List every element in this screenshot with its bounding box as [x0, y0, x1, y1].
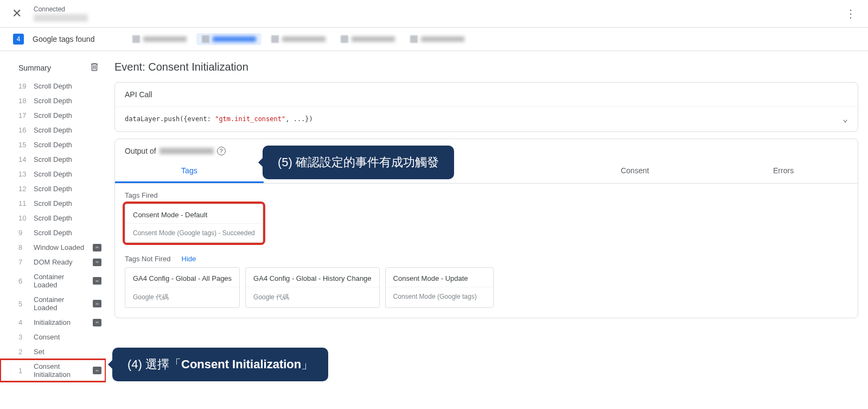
output-tab[interactable]: Tags [115, 160, 264, 183]
event-number: 15 [18, 141, 27, 149]
sidebar-event-item[interactable]: 6Container Loaded‹› [0, 269, 106, 292]
event-label: Scroll Depth [34, 199, 101, 207]
sidebar-event-item[interactable]: 12Scroll Depth [0, 181, 106, 196]
tag-card-subtitle: Google 代碼 [125, 287, 239, 307]
event-label: Consent [34, 333, 101, 341]
output-label: Output of [125, 147, 156, 155]
tag-icon [341, 35, 348, 43]
event-label: Scroll Depth [34, 214, 101, 222]
sidebar-event-item[interactable]: 19Scroll Depth [0, 79, 106, 93]
output-tab[interactable]: Errors [709, 160, 858, 183]
tag-card-subtitle: Consent Mode (Google tags) - Succeeded [125, 223, 263, 242]
found-tag-pill[interactable] [335, 33, 400, 45]
event-number: 10 [18, 214, 27, 222]
annotation-callout-5: (5) 確認設定的事件有成功觸發 [263, 146, 454, 179]
event-number: 5 [18, 300, 27, 308]
output-card: Output of ? TagsConsentErrors Tags Fired… [114, 139, 858, 318]
sidebar-event-item[interactable]: 2Set [0, 344, 106, 359]
output-container-redacted [159, 148, 214, 154]
event-number: 8 [18, 243, 27, 251]
tag-icon [271, 35, 279, 43]
tag-card-subtitle: Consent Mode (Google tags) [386, 287, 493, 306]
more-menu-icon[interactable]: ⋮ [840, 4, 861, 23]
event-label: Consent Initialization [34, 362, 86, 379]
close-icon[interactable]: ✕ [7, 3, 27, 24]
sidebar-event-item[interactable]: 17Scroll Depth [0, 108, 106, 123]
event-number: 19 [18, 82, 27, 90]
connection-status: Connected [34, 5, 88, 22]
api-call-label: API Call [115, 83, 858, 106]
event-number: 13 [18, 170, 27, 178]
sidebar-event-item[interactable]: 4Initialization‹› [0, 315, 106, 330]
tags-found-label: Google tags found [33, 35, 94, 43]
sidebar-event-item[interactable]: 13Scroll Depth [0, 167, 106, 181]
sidebar-event-item[interactable]: 10Scroll Depth [0, 211, 106, 225]
tag-icon [202, 35, 209, 43]
sidebar-event-item[interactable]: 15Scroll Depth [0, 137, 106, 152]
summary-label[interactable]: Summary [18, 64, 51, 72]
api-call-code[interactable]: dataLayer.push({event: "gtm.init_consent… [125, 114, 848, 124]
content-area: Event: Consent Initialization API Call d… [106, 51, 868, 386]
sidebar-event-item[interactable]: 1Consent Initialization‹› [0, 359, 106, 382]
event-sidebar: Summary 19Scroll Depth18Scroll Depth17Sc… [0, 51, 106, 386]
tag-card[interactable]: GA4 Config - Global - All PagesGoogle 代碼 [125, 267, 240, 308]
event-number: 14 [18, 155, 27, 163]
event-label: Scroll Depth [34, 229, 101, 237]
tag-card[interactable]: GA4 Config - Global - History ChangeGoog… [245, 267, 379, 308]
connected-label: Connected [34, 5, 88, 13]
code-badge-icon: ‹› [93, 277, 101, 285]
tag-card-title: Consent Mode - Update [386, 268, 493, 287]
event-label: Set [34, 348, 101, 356]
found-tag-pill[interactable] [405, 33, 470, 45]
sidebar-event-item[interactable]: 9Scroll Depth [0, 225, 106, 240]
event-number: 2 [18, 348, 27, 356]
code-badge-icon: ‹› [93, 319, 101, 326]
event-label: Window Loaded [34, 243, 86, 251]
pill-text-redacted [143, 36, 187, 42]
sidebar-event-item[interactable]: 11Scroll Depth [0, 196, 106, 211]
event-number: 17 [18, 111, 27, 119]
tag-card[interactable]: Consent Mode - DefaultConsent Mode (Goog… [125, 204, 263, 243]
sidebar-event-item[interactable]: 14Scroll Depth [0, 152, 106, 167]
event-number: 18 [18, 97, 27, 105]
event-number: 7 [18, 258, 27, 266]
tag-card-subtitle: Google 代碼 [246, 287, 379, 307]
sidebar-event-item[interactable]: 8Window Loaded‹› [0, 240, 106, 255]
clear-events-icon[interactable] [90, 62, 99, 73]
sidebar-event-item[interactable]: 7DOM Ready‹› [0, 255, 106, 269]
sidebar-event-item[interactable]: 5Container Loaded‹› [0, 292, 106, 315]
pill-text-redacted [421, 36, 464, 42]
event-label: Scroll Depth [34, 141, 101, 149]
event-number: 16 [18, 126, 27, 134]
connected-domain-redacted [34, 14, 88, 22]
found-tag-pill[interactable] [196, 33, 261, 45]
sidebar-event-item[interactable]: 16Scroll Depth [0, 123, 106, 137]
output-tab[interactable]: Consent [560, 160, 709, 183]
event-label: Scroll Depth [34, 126, 101, 134]
event-label: Scroll Depth [34, 82, 101, 90]
tag-icon [132, 35, 140, 43]
tag-card[interactable]: Consent Mode - UpdateConsent Mode (Googl… [385, 267, 494, 308]
event-number: 4 [18, 318, 27, 326]
tags-found-row: 4 Google tags found [0, 28, 868, 51]
help-icon[interactable]: ? [217, 147, 226, 155]
hide-link[interactable]: Hide [182, 255, 196, 263]
tag-card-title: Consent Mode - Default [125, 204, 263, 223]
sidebar-event-item[interactable]: 3Consent [0, 330, 106, 344]
api-call-card: API Call dataLayer.push({event: "gtm.ini… [114, 82, 858, 132]
tag-count-badge: 4 [13, 34, 24, 45]
event-number: 9 [18, 229, 27, 237]
found-tag-pill[interactable] [266, 33, 331, 45]
sidebar-event-item[interactable]: 18Scroll Depth [0, 93, 106, 108]
code-badge-icon: ‹› [93, 259, 101, 266]
event-label: Scroll Depth [34, 97, 101, 105]
event-number: 11 [18, 199, 27, 207]
event-label: Scroll Depth [34, 185, 101, 193]
output-tabs: TagsConsentErrors [115, 160, 858, 184]
event-number: 6 [18, 277, 27, 285]
event-label: Scroll Depth [34, 111, 101, 119]
found-tag-pill[interactable] [127, 33, 192, 45]
expand-icon[interactable]: ⌄ [843, 114, 848, 124]
found-tags-list [127, 33, 470, 45]
pill-text-redacted [352, 36, 395, 42]
